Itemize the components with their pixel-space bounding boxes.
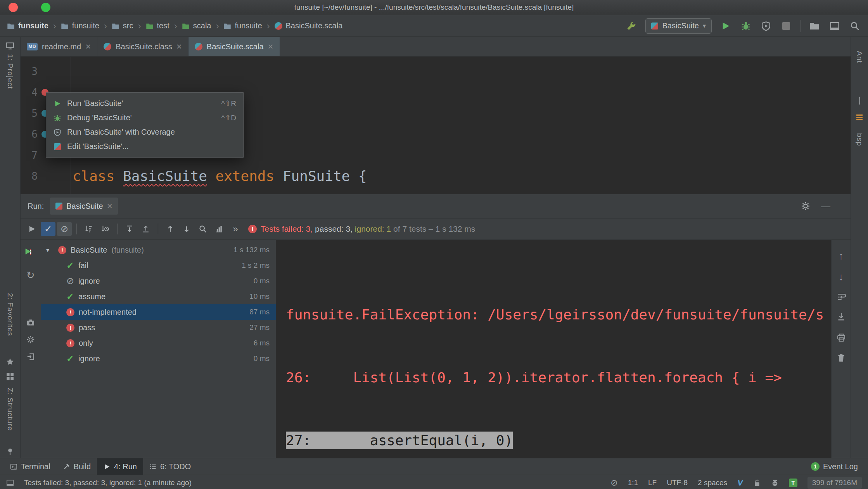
sbt-icon[interactable]	[859, 97, 860, 104]
test-tree-row[interactable]: ! only 6 ms	[41, 335, 276, 351]
sort-alphabetically-button[interactable]	[81, 222, 96, 236]
import-test-results-button[interactable]	[212, 222, 227, 236]
breadcrumb-item-module[interactable]: funsuite	[61, 21, 99, 30]
menu-item-debug[interactable]: Debug 'BasicSuite' ^⇧D	[46, 111, 243, 125]
lock-icon[interactable]	[753, 479, 761, 487]
run-configuration-select[interactable]: BasicSuite ▾	[645, 18, 712, 34]
status-message: Tests failed: 3, passed: 3, ignored: 1 (…	[24, 479, 192, 487]
scroll-to-end-icon[interactable]	[837, 312, 846, 321]
print-icon[interactable]	[837, 333, 846, 342]
run-tool-button[interactable]: 4: Run	[97, 458, 143, 475]
indent-setting[interactable]: 2 spaces	[698, 479, 727, 487]
test-console-output[interactable]: funsuite.FailException: /Users/lgeirsson…	[276, 240, 831, 458]
suite-module: (funsuite)	[112, 246, 144, 255]
tab-basicsuite-class[interactable]: BasicSuite.class ×	[97, 37, 188, 56]
settings-gear-icon[interactable]	[801, 201, 810, 211]
next-occurrence-icon[interactable]: ↓	[839, 271, 844, 283]
rerun-button[interactable]	[24, 222, 39, 236]
file-encoding[interactable]: UTF-8	[667, 479, 688, 487]
close-icon[interactable]: ×	[107, 201, 112, 211]
clear-all-icon[interactable]	[837, 353, 846, 362]
breadcrumb-item-package[interactable]: funsuite	[223, 21, 262, 30]
test-tree-row[interactable]: ✓ assume 10 ms	[41, 289, 276, 304]
breadcrumb-item-test[interactable]: test	[146, 21, 169, 30]
next-failed-test-button[interactable]	[179, 222, 194, 236]
test-duration: 87 ms	[249, 308, 276, 316]
breadcrumb-item-src[interactable]: src	[112, 21, 133, 30]
build-button[interactable]: Build	[57, 458, 97, 475]
background-tasks-icon[interactable]: ⊘	[610, 478, 617, 488]
sort-by-duration-button[interactable]	[98, 222, 112, 236]
previous-failed-test-button[interactable]	[163, 222, 178, 236]
event-log-button[interactable]: 1Event Log	[805, 458, 864, 475]
setup-sdk-button[interactable]	[625, 20, 638, 32]
test-history-button[interactable]	[195, 222, 210, 236]
tab-readme-md[interactable]: MD readme.md ×	[21, 37, 97, 56]
star-icon[interactable]	[6, 357, 14, 366]
code-editor[interactable]: 3 4 5 6 7 8 // @Ignore class BasicSuite …	[21, 57, 851, 194]
grid-icon[interactable]	[6, 372, 14, 381]
inspections-profile-icon[interactable]	[771, 479, 779, 487]
breadcrumb-item-scala[interactable]: scala	[182, 21, 211, 30]
test-tree-row[interactable]: ⊘ ignore 0 ms	[41, 273, 276, 289]
camera-icon[interactable]	[26, 318, 35, 327]
close-button[interactable]	[9, 3, 18, 12]
caret-position[interactable]: 1:1	[628, 479, 638, 487]
show-passed-toggle[interactable]: ✓	[41, 222, 55, 236]
expand-all-button[interactable]	[122, 222, 137, 236]
pin-icon[interactable]	[6, 447, 14, 456]
debug-button[interactable]	[740, 20, 752, 32]
stop-button[interactable]	[780, 20, 792, 32]
search-everywhere-button[interactable]	[849, 20, 861, 32]
tool-windows-button[interactable]	[828, 20, 841, 32]
close-icon[interactable]: ×	[85, 42, 91, 51]
project-tool-icon[interactable]	[6, 42, 14, 50]
close-icon[interactable]: ×	[268, 42, 273, 51]
test-passed-icon: ✓	[66, 354, 74, 363]
tab-basicsuite-scala[interactable]: BasicSuite.scala ×	[188, 37, 280, 56]
prev-occurrence-icon[interactable]: ↑	[839, 250, 844, 262]
todo-button[interactable]: 6: TODO	[143, 458, 197, 475]
test-tree-row-selected[interactable]: ! not-implemented 87 ms	[41, 304, 276, 320]
hide-panel-icon[interactable]: —	[821, 201, 830, 212]
structure-tool-button[interactable]: Z: Structure	[6, 388, 14, 431]
restore-layout-icon[interactable]	[26, 352, 35, 361]
minimize-button[interactable]	[25, 3, 34, 12]
collapse-all-button[interactable]	[138, 222, 153, 236]
breadcrumb-item-file[interactable]: BasicSuite.scala	[275, 21, 343, 30]
test-name: fail	[78, 261, 88, 270]
soft-wrap-icon[interactable]	[837, 292, 846, 301]
terminal-button[interactable]: Terminal	[4, 458, 57, 475]
bsp-tool-button[interactable]: bsp	[855, 133, 864, 146]
favorites-tool-button[interactable]: 2: Favorites	[6, 293, 14, 336]
settings-icon[interactable]	[26, 335, 35, 344]
run-button[interactable]	[719, 20, 732, 32]
close-icon[interactable]: ×	[176, 42, 182, 51]
test-tree-row[interactable]: ! pass 27 ms	[41, 320, 276, 335]
memory-indicator[interactable]: 399 of 7916M	[807, 477, 862, 489]
teamcity-icon[interactable]: T	[789, 479, 797, 487]
tool-window-switcher-icon[interactable]	[6, 479, 14, 487]
toggle-auto-test-icon[interactable]: ↻	[26, 269, 35, 281]
more-actions-button[interactable]: »	[228, 222, 243, 236]
run-tab-basicsuite[interactable]: BasicSuite ×	[50, 198, 118, 215]
vim-icon[interactable]: V	[737, 478, 743, 488]
menu-item-run-coverage[interactable]: Run 'BasicSuite' with Coverage	[46, 125, 243, 139]
expand-arrow-icon[interactable]: ▾	[46, 246, 54, 254]
test-tree-row-suite[interactable]: ▾ ! BasicSuite (funsuite) 1 s 132 ms	[41, 242, 276, 258]
project-view-button[interactable]	[808, 20, 821, 32]
ant-tool-button[interactable]: Ant	[855, 51, 864, 63]
line-separator[interactable]: LF	[648, 479, 657, 487]
build-tasks-icon[interactable]	[856, 114, 863, 120]
project-tool-button[interactable]: 1: Project	[6, 54, 14, 89]
test-tree-row[interactable]: ✓ ignore 0 ms	[41, 351, 276, 366]
coverage-button[interactable]	[760, 20, 772, 32]
breadcrumb-item-project[interactable]: funsuite	[7, 21, 48, 30]
show-ignored-toggle[interactable]: ⊘	[57, 222, 72, 236]
menu-item-edit-config[interactable]: Edit 'BasicSuite'...	[46, 139, 243, 154]
zoom-button[interactable]	[41, 3, 50, 12]
menu-item-run[interactable]: Run 'BasicSuite' ^⇧R	[46, 96, 243, 111]
test-tree-row[interactable]: ✓ fail 1 s 2 ms	[41, 258, 276, 273]
run-tab-label: BasicSuite	[66, 202, 103, 211]
rerun-failed-tests-icon[interactable]: !	[30, 248, 31, 256]
